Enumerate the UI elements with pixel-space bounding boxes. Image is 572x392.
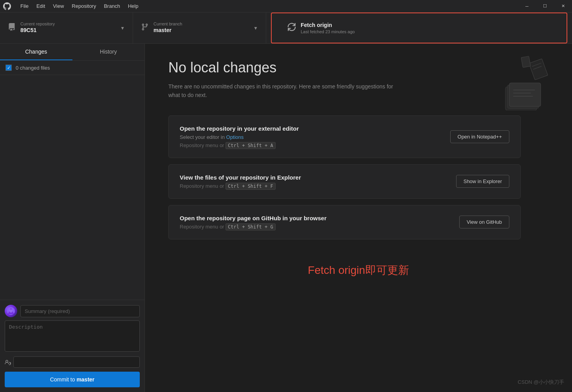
- menu-file[interactable]: File: [17, 2, 32, 11]
- commit-area: Commit to master: [0, 300, 144, 392]
- fetch-btn-area: Fetch origin Last fetched 23 minutes ago: [280, 13, 363, 43]
- shortcut-prefix-editor: Repository menu or: [180, 142, 226, 148]
- sidebar: Changes History ✓ 0 changed files: [0, 44, 145, 392]
- no-changes-subtitle: There are no uncommitted changes in this…: [168, 82, 403, 100]
- open-in-notepad-button[interactable]: Open in Notepad++: [450, 130, 509, 143]
- menu-branch[interactable]: Branch: [101, 2, 123, 11]
- menu-help[interactable]: Help: [125, 2, 142, 11]
- branch-text: Current branch master: [153, 22, 182, 34]
- repo-label: Current repository: [20, 22, 55, 27]
- svg-rect-12: [521, 56, 530, 68]
- view-on-github-button[interactable]: View on GitHub: [459, 216, 509, 228]
- branch-name: master: [153, 27, 182, 34]
- changed-files-label: 0 changed files: [16, 65, 50, 71]
- options-link[interactable]: Options: [226, 134, 244, 140]
- avatar: [5, 305, 17, 317]
- illustration: [494, 56, 549, 112]
- avatar-icon: [7, 307, 15, 315]
- svg-rect-5: [509, 83, 541, 106]
- suggestion-shortcut-github: Repository menu or Ctrl + Shift + G: [180, 224, 327, 230]
- shortcut-explorer: Ctrl + Shift + F: [226, 183, 276, 190]
- suggestion-desc-prefix-editor: Select your editor in: [180, 134, 226, 140]
- summary-input[interactable]: [20, 305, 140, 317]
- suggestion-title-editor: Open the repository in your external edi…: [180, 125, 299, 132]
- commit-summary-row: [5, 305, 140, 317]
- repo-icon: [8, 23, 16, 33]
- commit-btn-prefix: Commit to: [50, 376, 77, 383]
- current-repo-section[interactable]: Current repository 89C51 ▼: [0, 13, 133, 43]
- menu-edit[interactable]: Edit: [33, 2, 48, 11]
- annotation-text: Fetch origin即可更新: [168, 263, 549, 278]
- titlebar: File Edit View Repository Branch Help ─ …: [0, 0, 572, 13]
- shortcut-github: Ctrl + Shift + G: [226, 223, 276, 230]
- svg-point-2: [9, 309, 13, 313]
- shortcut-editor: Ctrl + Shift + A: [226, 142, 276, 149]
- select-all-checkbox[interactable]: ✓: [5, 65, 12, 71]
- github-logo-icon: [3, 2, 11, 10]
- suggestion-card-explorer: View the files of your repository in Exp…: [168, 164, 521, 199]
- changed-files-bar: ✓ 0 changed files: [0, 61, 144, 75]
- fetch-icon: [287, 23, 296, 34]
- suggestion-shortcut-explorer: Repository menu or Ctrl + Shift + F: [180, 183, 301, 189]
- suggestion-info-explorer: View the files of your repository in Exp…: [180, 174, 301, 189]
- watermark: CSDN @小小快刀手: [518, 379, 564, 386]
- branch-dropdown-icon: ▼: [253, 25, 258, 31]
- repo-text: Current repository 89C51: [20, 22, 55, 34]
- suggestion-shortcut-editor: Repository menu or Ctrl + Shift + A: [180, 142, 299, 148]
- menu-view[interactable]: View: [50, 2, 67, 11]
- suggestion-info-github: Open the repository page on GitHub in yo…: [180, 215, 327, 230]
- minimize-button[interactable]: ─: [518, 0, 536, 13]
- branch-label: Current branch: [153, 22, 182, 27]
- suggestion-card-github: Open the repository page on GitHub in yo…: [168, 205, 521, 239]
- titlebar-controls: ─ ☐ ✕: [518, 0, 572, 13]
- coauthor-input[interactable]: [13, 356, 140, 368]
- suggestion-title-explorer: View the files of your repository in Exp…: [180, 174, 301, 181]
- sidebar-empty: [0, 75, 144, 300]
- close-button[interactable]: ✕: [554, 0, 572, 13]
- shortcut-prefix-explorer: Repository menu or: [180, 183, 226, 189]
- coauthor-icon: [5, 359, 11, 365]
- svg-rect-9: [529, 59, 548, 80]
- no-changes-title: No local changes: [168, 59, 549, 76]
- show-in-explorer-button[interactable]: Show in Explorer: [456, 175, 509, 188]
- content-area: No local changes There are no uncommitte…: [145, 44, 572, 392]
- repo-name: 89C51: [20, 27, 55, 34]
- coauthor-row: [5, 356, 140, 368]
- suggestion-desc-editor: Select your editor in Options: [180, 134, 299, 140]
- maximize-button[interactable]: ☐: [536, 0, 554, 13]
- tab-history[interactable]: History: [72, 44, 145, 60]
- no-changes-illustration: [494, 56, 549, 110]
- menu-repository[interactable]: Repository: [69, 2, 99, 11]
- fetch-text: Fetch origin Last fetched 23 minutes ago: [301, 22, 355, 34]
- titlebar-left: File Edit View Repository Branch Help: [3, 2, 141, 11]
- suggestion-card-editor: Open the repository in your external edi…: [168, 115, 521, 158]
- shortcut-prefix-github: Repository menu or: [180, 224, 226, 230]
- tab-changes[interactable]: Changes: [0, 44, 72, 60]
- description-input[interactable]: [5, 320, 140, 352]
- toolbar: Current repository 89C51 ▼ Current branc…: [0, 13, 572, 44]
- main: Changes History ✓ 0 changed files: [0, 44, 572, 392]
- fetch-label: Fetch origin: [301, 22, 355, 29]
- repo-dropdown-icon: ▼: [120, 25, 125, 31]
- commit-btn-branch: master: [76, 376, 94, 383]
- current-branch-section[interactable]: Current branch master ▼: [133, 13, 266, 43]
- suggestion-info-editor: Open the repository in your external edi…: [180, 125, 299, 148]
- fetch-origin-section[interactable]: Fetch origin Last fetched 23 minutes ago: [271, 13, 567, 43]
- sidebar-tabs: Changes History: [0, 44, 144, 61]
- branch-icon: [141, 23, 149, 33]
- menu-bar: File Edit View Repository Branch Help: [17, 2, 141, 11]
- fetch-sublabel: Last fetched 23 minutes ago: [301, 29, 355, 34]
- commit-button[interactable]: Commit to master: [5, 372, 140, 387]
- suggestion-title-github: Open the repository page on GitHub in yo…: [180, 215, 327, 221]
